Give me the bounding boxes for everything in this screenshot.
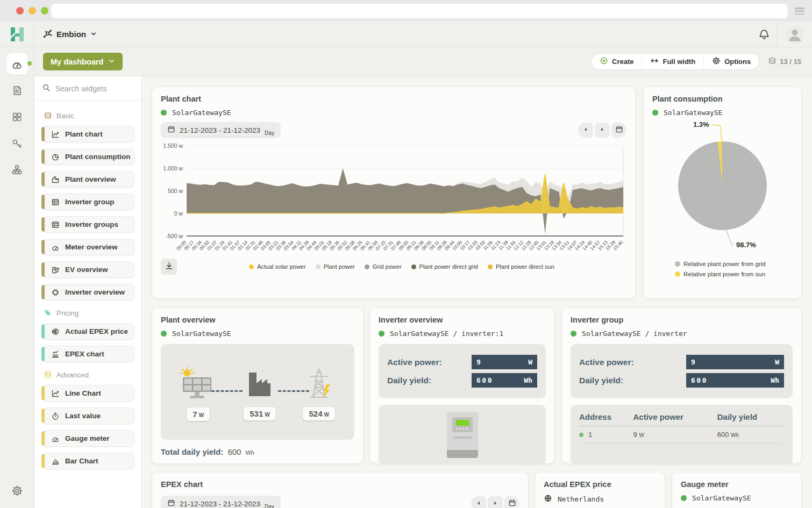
widget-title: EPEX chart bbox=[161, 480, 519, 489]
device-name: SolarGatewaySE / inverter bbox=[582, 330, 687, 338]
widget-item-last-value[interactable]: Last value bbox=[43, 407, 134, 424]
calendar-icon bbox=[615, 125, 623, 135]
date-range-text: 21-12-2023 - 21-12-2023 bbox=[180, 500, 260, 508]
plant-node: 531W bbox=[244, 367, 275, 420]
coin-icon bbox=[51, 327, 60, 336]
widget-item-epex-chart[interactable]: EPEX chart bbox=[43, 346, 134, 362]
widget-title: Gauge meter bbox=[681, 480, 793, 489]
widget-item-ev-overview[interactable]: EV overview bbox=[43, 261, 134, 278]
search-input[interactable] bbox=[55, 84, 131, 93]
full-width-button[interactable]: Full width bbox=[642, 54, 704, 69]
factory-icon bbox=[244, 367, 275, 403]
rail-item-dashboard[interactable] bbox=[6, 53, 28, 75]
calendar-button[interactable] bbox=[611, 123, 626, 138]
widget-title: Inverter overview bbox=[379, 316, 546, 324]
prev-period-button[interactable] bbox=[578, 123, 593, 138]
legend-item-relative-plant-power-from-sun[interactable]: Relative plant power from sun bbox=[675, 271, 793, 277]
device-row: SolarGatewaySE bbox=[161, 330, 354, 338]
drag-accent bbox=[41, 149, 45, 164]
solar-node: 7W bbox=[180, 367, 217, 421]
widget-item-label: EPEX chart bbox=[65, 350, 104, 358]
meter-icon bbox=[51, 243, 60, 252]
widget-item-label: Bar Chart bbox=[65, 457, 98, 465]
window-controls bbox=[16, 7, 48, 15]
app-header: Embion bbox=[34, 22, 812, 47]
rail-item-reports[interactable] bbox=[6, 80, 28, 101]
status-dot bbox=[571, 331, 576, 337]
next-period-button[interactable] bbox=[488, 496, 503, 508]
rail-items bbox=[0, 47, 34, 180]
widget-item-plant-overview[interactable]: Plant overview bbox=[43, 171, 134, 188]
widget-item-bar-chart[interactable]: Bar Chart bbox=[43, 453, 134, 469]
widget-item-gauge-meter[interactable]: Gauge meter bbox=[43, 430, 134, 447]
app-logo[interactable] bbox=[0, 22, 34, 47]
power-summary-panel: Active power: 9W Daily yield: 600Wh bbox=[379, 344, 546, 398]
widget-item-plant-consumption[interactable]: Plant consumption bbox=[43, 148, 134, 165]
device-row: SolarGatewaySE bbox=[652, 109, 793, 117]
download-button[interactable] bbox=[161, 259, 177, 275]
dashboard-toolbar: My dashboard Create Full width Options 1… bbox=[34, 47, 812, 76]
widget-item-meter-overview[interactable]: Meter overview bbox=[43, 239, 134, 255]
avatar[interactable] bbox=[777, 22, 812, 47]
chevron-down-icon bbox=[90, 30, 97, 39]
chevron-down-icon bbox=[108, 58, 115, 66]
legend-item-plant-power-direct-grid[interactable]: Plant power direct grid bbox=[411, 263, 478, 270]
active-power-value: 9W bbox=[686, 355, 784, 369]
org-selector[interactable]: Embion bbox=[42, 28, 97, 40]
rail-item-topology[interactable] bbox=[6, 159, 28, 180]
drag-accent bbox=[41, 195, 45, 209]
widget-item-inverter-groups[interactable]: Inverter groups bbox=[43, 216, 134, 233]
calendar-icon bbox=[508, 499, 516, 508]
caret-left-icon bbox=[582, 126, 589, 135]
date-range-picker[interactable]: 21-12-2023 - 21-12-2023 Day bbox=[161, 122, 281, 138]
table-icon bbox=[51, 198, 60, 206]
rail-item-apps[interactable] bbox=[6, 106, 28, 127]
calendar-button[interactable] bbox=[504, 496, 519, 508]
widget-plant-chart: Plant chart SolarGatewaySE 21-12-2023 - … bbox=[152, 87, 635, 298]
resolution-label: Day bbox=[265, 130, 274, 136]
next-period-button[interactable] bbox=[595, 123, 610, 138]
widget-title: Inverter group bbox=[571, 316, 793, 324]
rail-item-access-keys[interactable] bbox=[6, 132, 28, 154]
widget-item-inverter-overview[interactable]: Inverter overview bbox=[43, 284, 134, 300]
widget-item-line-chart[interactable]: Line Chart bbox=[43, 385, 134, 402]
factory-icon bbox=[51, 175, 60, 184]
widget-item-actual-epex-price[interactable]: Actual EPEX price bbox=[43, 323, 134, 340]
device-name: SolarGatewaySE bbox=[172, 330, 231, 338]
chip-icon bbox=[51, 288, 60, 297]
create-button[interactable]: Create bbox=[592, 54, 642, 69]
widget-item-plant-chart[interactable]: Plant chart bbox=[43, 126, 134, 142]
legend-item-plant-power[interactable]: Plant power bbox=[316, 263, 355, 270]
dashboard-selector-button[interactable]: My dashboard bbox=[43, 53, 123, 70]
widget-title: Actual EPEX price bbox=[544, 480, 656, 489]
date-range-picker[interactable]: 21-12-2023 - 21-12-2023 Day bbox=[161, 496, 281, 508]
widget-item-inverter-group[interactable]: Inverter group bbox=[43, 194, 134, 210]
legend-item-relative-plant-power-from-grid[interactable]: Relative plant power from grid bbox=[675, 261, 793, 267]
zoom-window-icon[interactable] bbox=[41, 7, 48, 15]
device-row: SolarGatewaySE / inverter bbox=[571, 330, 793, 338]
notifications-bell-icon[interactable] bbox=[752, 28, 777, 40]
minimize-window-icon[interactable] bbox=[29, 7, 36, 15]
legend-item-plant-power-direct-sun[interactable]: Plant power direct sun bbox=[488, 263, 554, 270]
widget-item-label: Line Chart bbox=[65, 389, 101, 397]
org-name: Embion bbox=[56, 30, 86, 39]
drag-accent bbox=[41, 262, 45, 277]
section-header-advanced: Advanced bbox=[44, 370, 134, 379]
url-bar[interactable] bbox=[51, 4, 788, 18]
legend-item-actual-solar-power[interactable]: Actual solar power bbox=[249, 263, 306, 270]
options-button[interactable]: Options bbox=[704, 54, 759, 69]
line-chart-icon bbox=[51, 130, 60, 139]
widget-actual-epex-price: Actual EPEX price Netherlands bbox=[535, 473, 665, 508]
stopwatch-icon bbox=[51, 412, 60, 420]
tag-icon bbox=[44, 309, 52, 317]
legend-item-grid-power[interactable]: Grid power bbox=[365, 263, 402, 270]
widget-inverter-overview: Inverter overview SolarGatewaySE / inver… bbox=[370, 308, 554, 463]
widget-title: Plant chart bbox=[161, 95, 626, 103]
prev-period-button[interactable] bbox=[471, 496, 486, 508]
browser-menu-icon[interactable] bbox=[795, 8, 804, 15]
close-window-icon[interactable] bbox=[16, 7, 24, 15]
pie-legend: Relative plant power from gridRelative p… bbox=[675, 261, 793, 277]
drag-accent bbox=[41, 347, 45, 361]
settings-gear-icon[interactable] bbox=[6, 480, 28, 502]
solar-power-value: 7W bbox=[187, 407, 210, 421]
